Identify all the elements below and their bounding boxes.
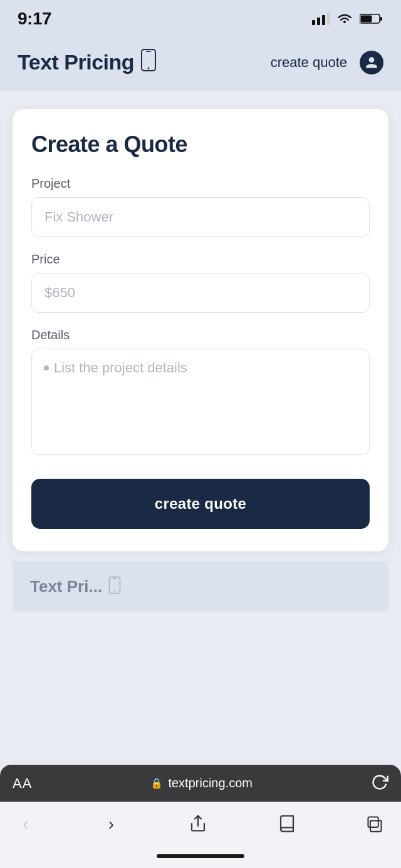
svg-point-12 — [114, 590, 115, 591]
browser-aa-label[interactable]: AA — [13, 775, 32, 792]
app-title: Text Pricing — [18, 50, 134, 74]
svg-rect-8 — [146, 51, 151, 53]
user-avatar[interactable] — [360, 51, 383, 74]
svg-rect-11 — [113, 578, 117, 578]
user-icon — [365, 56, 378, 69]
tabs-button[interactable] — [366, 815, 383, 834]
project-field-group: Project — [31, 176, 370, 237]
reload-icon — [371, 774, 388, 791]
svg-rect-6 — [361, 16, 372, 23]
create-quote-card: Create a Quote Project Price Details Lis… — [13, 109, 388, 551]
back-button[interactable]: ‹ — [18, 812, 33, 837]
app-header: Text Pricing create quote — [0, 38, 401, 90]
second-title-peek: Text Pri... — [30, 577, 102, 596]
book-icon — [278, 814, 296, 833]
price-label: Price — [31, 252, 370, 267]
svg-point-9 — [148, 68, 150, 69]
svg-rect-5 — [380, 17, 382, 21]
battery-icon — [360, 13, 383, 25]
tabs-icon — [366, 815, 383, 832]
lock-icon: 🔒 — [150, 777, 163, 789]
share-button[interactable] — [189, 814, 207, 835]
price-field-group: Price — [31, 252, 370, 313]
forward-button[interactable]: › — [103, 812, 119, 837]
details-field-group: Details List the project details — [31, 328, 370, 457]
browser-bar: AA 🔒 textpricing.com — [0, 765, 401, 802]
status-icons — [312, 12, 383, 26]
share-icon — [189, 814, 207, 833]
project-input[interactable] — [31, 197, 370, 237]
home-indicator — [0, 849, 401, 868]
second-phone-icon-peek — [108, 576, 121, 597]
browser-url[interactable]: 🔒 textpricing.com — [32, 776, 371, 790]
price-input[interactable] — [31, 273, 370, 313]
second-header-peek: Text Pri... — [13, 561, 388, 611]
header-right: create quote — [271, 51, 383, 74]
signal-icon — [312, 13, 330, 25]
project-label: Project — [31, 176, 370, 191]
main-content: Create a Quote Project Price Details Lis… — [0, 90, 401, 765]
details-wrapper: List the project details — [31, 349, 370, 457]
svg-rect-1 — [317, 18, 320, 25]
header-brand: Text Pricing — [18, 49, 157, 76]
create-quote-button[interactable]: create quote — [31, 479, 370, 529]
url-text: textpricing.com — [168, 776, 253, 790]
card-title: Create a Quote — [31, 131, 370, 158]
browser-reload-button[interactable] — [371, 774, 388, 793]
details-textarea[interactable] — [31, 349, 370, 455]
browser-nav: ‹ › — [0, 802, 401, 849]
create-quote-nav-link[interactable]: create quote — [271, 54, 347, 71]
svg-rect-0 — [312, 20, 315, 25]
status-bar: 9:17 — [0, 0, 401, 38]
wifi-icon — [336, 12, 353, 26]
phone-icon — [140, 49, 157, 76]
status-time: 9:17 — [18, 9, 51, 29]
svg-rect-3 — [327, 13, 330, 25]
svg-rect-2 — [322, 15, 325, 25]
details-label: Details — [31, 328, 370, 342]
bookmarks-button[interactable] — [278, 814, 296, 835]
home-pill — [157, 854, 244, 858]
